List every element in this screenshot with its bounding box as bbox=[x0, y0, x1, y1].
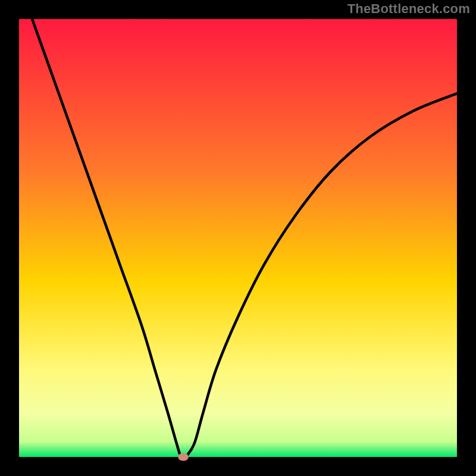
chart-container: TheBottleneck.com bbox=[0, 0, 476, 476]
bottleneck-chart bbox=[0, 0, 476, 476]
optimum-marker bbox=[178, 453, 189, 461]
watermark-text: TheBottleneck.com bbox=[347, 1, 470, 17]
plot-area bbox=[19, 19, 457, 457]
